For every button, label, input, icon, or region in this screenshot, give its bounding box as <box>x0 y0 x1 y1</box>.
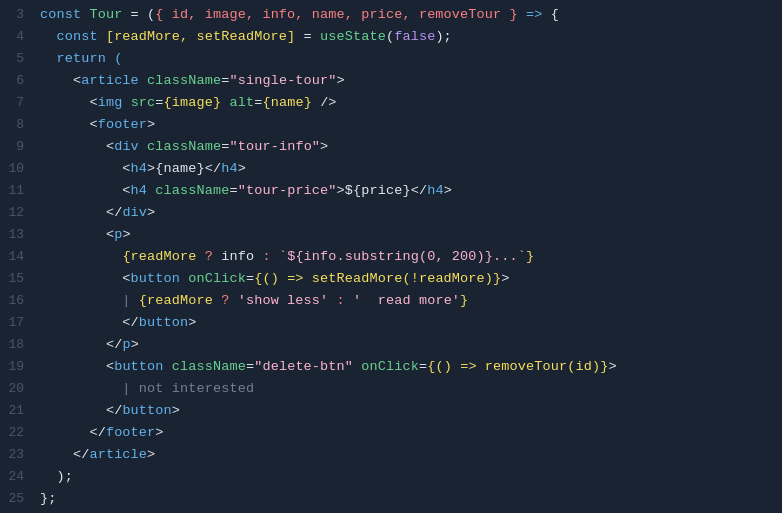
token: footer <box>98 117 147 132</box>
line-number: 10 <box>0 159 40 180</box>
line-number: 25 <box>0 489 40 510</box>
code-line: 13 <p> <box>0 224 782 246</box>
line-number: 12 <box>0 203 40 224</box>
token: } <box>526 249 534 264</box>
code-line: 5 return ( <box>0 48 782 70</box>
token: "tour-info" <box>230 139 321 154</box>
token: footer <box>106 425 155 440</box>
token: ); <box>435 29 451 44</box>
line-content: <footer> <box>40 114 782 136</box>
line-number: 24 <box>0 467 40 488</box>
token: > <box>122 227 130 242</box>
token: 'show less' <box>229 293 336 308</box>
line-number: 3 <box>0 5 40 26</box>
token: < <box>40 117 98 132</box>
line-number: 18 <box>0 335 40 356</box>
line-number: 22 <box>0 423 40 444</box>
token: onClick <box>188 271 246 286</box>
line-content: <p> <box>40 224 782 246</box>
line-content: </article> <box>40 444 782 466</box>
token: className <box>147 73 221 88</box>
token: < <box>40 271 131 286</box>
line-content: <button className="delete-btn" onClick={… <box>40 356 782 378</box>
token: { <box>542 7 558 22</box>
token: alt <box>230 95 255 110</box>
code-line: 10 <h4>{name}</h4> <box>0 158 782 180</box>
code-line: 21 </button> <box>0 400 782 422</box>
line-content: </button> <box>40 312 782 334</box>
token: false <box>394 29 435 44</box>
line-content: <h4 className="tour-price">${price}</h4> <box>40 180 782 202</box>
token: > <box>320 139 328 154</box>
token: </ <box>40 447 89 462</box>
line-content: <h4>{name}</h4> <box>40 158 782 180</box>
line-content: {readMore ? info : `${info.substring(0, … <box>40 246 782 268</box>
line-content: </button> <box>40 400 782 422</box>
token: = <box>221 139 229 154</box>
token: = <box>419 359 427 374</box>
token: > <box>188 315 196 330</box>
token: >{name}</ <box>147 161 221 176</box>
token <box>122 95 130 110</box>
code-line: 7 <img src={image} alt={name} /> <box>0 92 782 114</box>
code-line: 3const Tour = ({ id, image, info, name, … <box>0 4 782 26</box>
token: = ( <box>122 7 155 22</box>
token: : <box>262 249 270 264</box>
token: info <box>213 249 262 264</box>
token: > <box>131 337 139 352</box>
line-number: 7 <box>0 93 40 114</box>
code-line: 11 <h4 className="tour-price">${price}</… <box>0 180 782 202</box>
line-number: 8 <box>0 115 40 136</box>
line-number: 16 <box>0 291 40 312</box>
token: < <box>40 139 114 154</box>
line-number: 4 <box>0 27 40 48</box>
token: h4 <box>131 161 147 176</box>
code-line: 15 <button onClick={() => setReadMore(!r… <box>0 268 782 290</box>
token <box>139 73 147 88</box>
line-content: }; <box>40 488 782 510</box>
token: > <box>172 403 180 418</box>
token <box>40 249 122 264</box>
token: </ <box>40 425 106 440</box>
line-number: 14 <box>0 247 40 268</box>
token: const <box>40 29 106 44</box>
token: </ <box>40 337 122 352</box>
code-line: 9 <div className="tour-info"> <box>0 136 782 158</box>
code-line: 6 <article className="single-tour"> <box>0 70 782 92</box>
token: "tour-price" <box>238 183 337 198</box>
line-number: 23 <box>0 445 40 466</box>
token: > <box>147 205 155 220</box>
token: ? <box>205 249 213 264</box>
token <box>139 139 147 154</box>
token: => <box>526 7 542 22</box>
token: div <box>122 205 147 220</box>
token: }; <box>40 491 56 506</box>
token: "single-tour" <box>229 73 336 88</box>
token: >${price}</ <box>337 183 428 198</box>
code-line: 18 </p> <box>0 334 782 356</box>
line-number: 15 <box>0 269 40 290</box>
line-content: </div> <box>40 202 782 224</box>
token: article <box>89 447 147 462</box>
code-line: 4 const [readMore, setReadMore] = useSta… <box>0 26 782 48</box>
token: "delete-btn" <box>254 359 353 374</box>
token: button <box>139 315 188 330</box>
token: h4 <box>221 161 237 176</box>
line-content: </footer> <box>40 422 782 444</box>
token: {() => removeTour(id)} <box>427 359 608 374</box>
token: ( <box>386 29 394 44</box>
token: return ( <box>40 51 122 66</box>
line-number: 19 <box>0 357 40 378</box>
code-line: 19 <button className="delete-btn" onClic… <box>0 356 782 378</box>
token: src <box>131 95 156 110</box>
line-number: 11 <box>0 181 40 202</box>
token: useState <box>320 29 386 44</box>
line-content: ); <box>40 466 782 488</box>
line-content: const [readMore, setReadMore] = useState… <box>40 26 782 48</box>
token: h4 <box>131 183 147 198</box>
line-number: 17 <box>0 313 40 334</box>
line-content: return ( <box>40 48 782 70</box>
token: img <box>98 95 123 110</box>
code-line: 8 <footer> <box>0 114 782 136</box>
token: const <box>40 7 89 22</box>
